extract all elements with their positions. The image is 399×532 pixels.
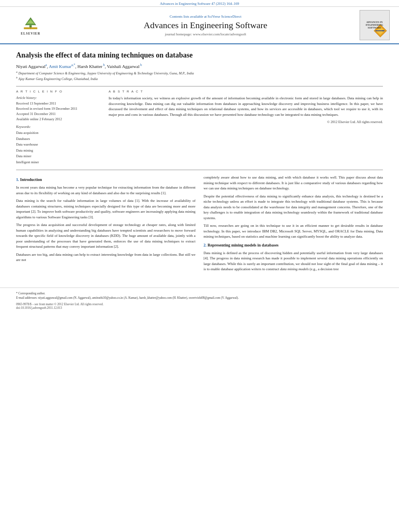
journal-citation: Advances in Engineering Software 47 (201… bbox=[160, 2, 239, 6]
section2-para-1: Data mining is defined as the process of… bbox=[204, 251, 383, 272]
journal-logo-section: ELSEVIER bbox=[6, 14, 55, 36]
journal-homepage: journal homepage: www.elsevier.com/locat… bbox=[55, 32, 356, 36]
author-2[interactable]: Amit Kumara,* bbox=[49, 64, 75, 69]
keyword-5: Data miner bbox=[16, 153, 101, 159]
body-left-column: 1. Introduction In recent years data min… bbox=[16, 175, 195, 275]
intro-para-1: In recent years data mining has become a… bbox=[16, 185, 195, 196]
intro-right-para-1: completely aware about how to use data m… bbox=[204, 175, 383, 191]
keyword-4: Data mining bbox=[16, 148, 101, 153]
intro-para-2: Data mining is the search for valuable i… bbox=[16, 198, 195, 220]
keyword-2: Databases bbox=[16, 136, 101, 142]
affiliations: a Department of Computer Science & Engin… bbox=[16, 70, 383, 81]
keyword-6: Intelligent miner bbox=[16, 159, 101, 165]
author-1: Niyati Aggarwala bbox=[16, 64, 47, 69]
sciverse-link[interactable]: Contents lists available at SciVerse Sci… bbox=[55, 14, 356, 18]
body-columns: 1. Introduction In recent years data min… bbox=[16, 175, 383, 275]
keywords-list: Data acquisition Databases Data warehous… bbox=[16, 130, 101, 165]
keyword-1: Data acquisition bbox=[16, 130, 101, 136]
footer-doi: doi:10.1016/j.advengsoft.2011.12.013 bbox=[16, 306, 383, 310]
footnote-corresponding: * Corresponding author. bbox=[16, 291, 383, 296]
authors-line: Niyati Aggarwala, Amit Kumara,*, Harsh K… bbox=[16, 63, 383, 69]
author-3: Harsh Khatter b bbox=[77, 64, 105, 69]
available-date: Available online 2 February 2012 bbox=[16, 117, 101, 122]
journal-cover-image: ADVANCES INENGINEERINGSOFTWARE bbox=[360, 10, 390, 40]
article-meta: A R T I C L E I N F O Article history: R… bbox=[16, 90, 383, 165]
received-date: Received 13 September 2011 bbox=[16, 101, 101, 106]
intro-right-para-2: Despite the potential effectiveness of d… bbox=[204, 194, 383, 221]
elsevier-tree-icon bbox=[21, 15, 41, 31]
keyword-3: Data warehouse bbox=[16, 142, 101, 147]
accepted-date: Accepted 31 December 2011 bbox=[16, 111, 101, 117]
journal-header: ELSEVIER Contents lists available at Sci… bbox=[0, 7, 399, 44]
received-revised-date: Received in revised form 19 December 201… bbox=[16, 106, 101, 111]
intro-para-4: Databases are too big, and data mining c… bbox=[16, 252, 195, 263]
journal-title: Advances in Engineering Software bbox=[55, 20, 356, 31]
abstract-column: A B S T R A C T In today's information s… bbox=[109, 90, 383, 165]
intro-para-3: The progress in data acquisition and suc… bbox=[16, 222, 195, 250]
article-info-column: A R T I C L E I N F O Article history: R… bbox=[16, 90, 101, 165]
article-dates: Received 13 September 2011 Received in r… bbox=[16, 101, 101, 121]
abstract-label: A B S T R A C T bbox=[109, 90, 383, 93]
article-title: Analysis the effect of data mining techn… bbox=[16, 51, 383, 60]
footnote-emails: E-mail addresses: niyati.aggrawal@gmail.… bbox=[16, 296, 383, 300]
abstract-text: In today's information society, we witne… bbox=[109, 96, 383, 117]
header-divider bbox=[16, 86, 383, 86]
body-divider bbox=[16, 170, 383, 170]
journal-top-bar: Advances in Engineering Software 47 (201… bbox=[0, 0, 399, 7]
article-info-label: A R T I C L E I N F O bbox=[16, 90, 101, 93]
body-right-column: completely aware about how to use data m… bbox=[204, 175, 383, 275]
section1-title: Introduction bbox=[20, 177, 42, 182]
cover-title-text: ADVANCES INENGINEERINGSOFTWARE bbox=[366, 21, 383, 30]
journal-cover-section: ADVANCES INENGINEERINGSOFTWARE bbox=[356, 10, 393, 40]
footer-bar: 0965-9978/$ – see front matter © 2012 El… bbox=[16, 302, 383, 310]
affiliation-b: b Ajay Kumar Garg Engineering College, G… bbox=[16, 76, 383, 82]
section2-heading: 2. Representing mining models in databas… bbox=[204, 242, 383, 248]
copyright-text: © 2012 Elsevier Ltd. All rights reserved… bbox=[109, 120, 383, 124]
intro-right-para-3: Till now, researches are going on in thi… bbox=[204, 223, 383, 240]
keywords-label: Keywords: bbox=[16, 125, 101, 129]
affiliation-a: a Department of Computer Science & Engin… bbox=[16, 70, 383, 76]
article-footer: * Corresponding author. E-mail addresses… bbox=[0, 288, 399, 313]
history-label: Article history: bbox=[16, 96, 101, 100]
section2-title: Representing mining models in databases bbox=[208, 243, 279, 247]
sciverse-text: Contents lists available at SciVerse Sci… bbox=[170, 14, 242, 18]
elsevier-wordmark: ELSEVIER bbox=[21, 32, 40, 35]
elsevier-logo: ELSEVIER bbox=[12, 14, 49, 36]
article-content: Analysis the effect of data mining techn… bbox=[0, 44, 399, 281]
journal-header-center: Contents lists available at SciVerse Sci… bbox=[55, 14, 356, 36]
author-4: Vaishali Aggarwal b bbox=[107, 64, 142, 69]
section1-number: 1. bbox=[16, 177, 20, 182]
footer-issn: 0965-9978/$ – see front matter © 2012 El… bbox=[16, 302, 383, 306]
section1-heading: 1. Introduction bbox=[16, 177, 195, 183]
section2-number: 2. bbox=[204, 243, 208, 247]
